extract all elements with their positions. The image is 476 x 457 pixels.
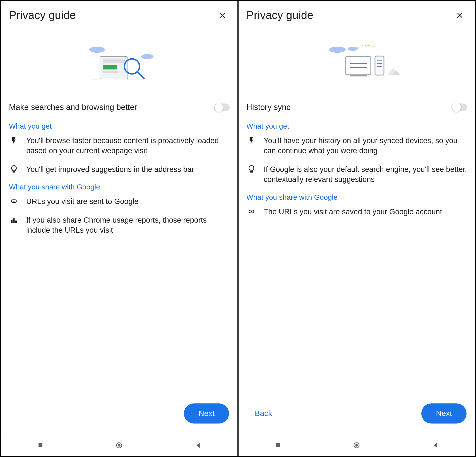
info-text: You'll have your history on all your syn…: [264, 136, 467, 156]
setting-row: History sync: [246, 103, 467, 112]
svg-rect-17: [346, 57, 371, 75]
info-item: If Google is also your default search en…: [246, 164, 467, 185]
chart-icon: [9, 216, 19, 224]
svg-line-7: [137, 72, 144, 78]
svg-point-1: [141, 54, 153, 59]
svg-rect-9: [11, 220, 13, 223]
info-item: You'll browse faster because content is …: [9, 136, 230, 156]
back-button[interactable]: Back: [247, 403, 280, 424]
svg-point-15: [329, 47, 346, 53]
info-item: URLs you visit are sent to Google: [9, 196, 230, 206]
next-button[interactable]: Next: [421, 403, 467, 424]
info-text: If Google is also your default search en…: [264, 164, 467, 185]
svg-point-27: [355, 444, 358, 446]
illustration-search: [1, 27, 237, 94]
footer-actions: Back Next: [239, 403, 475, 434]
toggle-switch[interactable]: [214, 104, 230, 111]
nav-recent-button[interactable]: [29, 437, 52, 454]
close-button[interactable]: [216, 9, 229, 21]
svg-rect-10: [13, 218, 15, 223]
close-button[interactable]: [454, 9, 466, 21]
privacy-guide-pane-searches: Privacy guide Make searches and browsing…: [0, 0, 239, 457]
nav-home-button[interactable]: [108, 437, 130, 454]
svg-rect-3: [103, 59, 125, 63]
section-heading-get: What you get: [246, 122, 467, 131]
footer-actions: Next: [1, 403, 237, 434]
svg-point-14: [118, 444, 121, 446]
header: Privacy guide: [239, 1, 475, 27]
next-button[interactable]: Next: [184, 403, 229, 424]
info-item: The URLs you visit are saved to your Goo…: [246, 207, 467, 217]
square-icon: [37, 441, 44, 449]
svg-rect-4: [103, 65, 117, 69]
svg-point-0: [89, 47, 105, 53]
circle-icon: [115, 441, 123, 449]
info-text: The URLs you visit are saved to your Goo…: [264, 207, 442, 217]
content-area: History sync What you get You'll have yo…: [239, 94, 475, 403]
section-heading-share: What you share with Google: [9, 183, 230, 191]
svg-rect-25: [276, 443, 280, 447]
nav-back-button[interactable]: [187, 437, 209, 454]
bulb-icon: [246, 165, 256, 173]
bolt-icon: [9, 136, 19, 145]
close-icon: [218, 11, 227, 20]
link-icon: [9, 197, 19, 205]
toggle-switch[interactable]: [451, 104, 467, 111]
triangle-back-icon: [432, 441, 439, 449]
section-heading-share: What you share with Google: [246, 193, 467, 202]
close-icon: [455, 11, 464, 20]
android-nav-bar: [1, 434, 237, 456]
triangle-back-icon: [194, 441, 202, 449]
svg-rect-21: [375, 56, 384, 75]
info-text: URLs you visit are sent to Google: [26, 196, 138, 206]
illustration-sync: [239, 27, 475, 94]
page-title: Privacy guide: [246, 9, 313, 21]
link-icon: [246, 207, 256, 216]
info-item: You'll get improved suggestions in the a…: [9, 164, 230, 174]
privacy-guide-pane-history-sync: Privacy guide: [237, 0, 476, 457]
svg-rect-12: [39, 443, 42, 447]
svg-point-16: [348, 47, 358, 51]
page-title: Privacy guide: [9, 9, 76, 21]
setting-label: Make searches and browsing better: [9, 103, 137, 112]
svg-rect-20: [350, 75, 367, 76]
header: Privacy guide: [1, 1, 237, 27]
nav-back-button[interactable]: [424, 437, 447, 454]
info-text: You'll get improved suggestions in the a…: [26, 164, 194, 174]
section-heading-get: What you get: [9, 122, 230, 131]
info-text: If you also share Chrome usage reports, …: [26, 215, 230, 235]
info-item: You'll have your history on all your syn…: [246, 136, 467, 156]
setting-label: History sync: [246, 103, 290, 112]
nav-recent-button[interactable]: [267, 437, 289, 454]
svg-rect-11: [15, 220, 17, 223]
android-nav-bar: [239, 434, 475, 456]
svg-rect-8: [92, 80, 147, 80]
info-text: You'll browse faster because content is …: [26, 136, 230, 156]
nav-home-button[interactable]: [345, 437, 368, 454]
bulb-icon: [9, 165, 19, 173]
square-icon: [274, 441, 282, 449]
svg-rect-5: [103, 71, 119, 73]
content-area: Make searches and browsing better What y…: [1, 94, 237, 403]
info-item: If you also share Chrome usage reports, …: [9, 215, 230, 235]
setting-row: Make searches and browsing better: [9, 103, 230, 112]
bolt-icon: [246, 136, 256, 145]
circle-icon: [353, 441, 360, 449]
